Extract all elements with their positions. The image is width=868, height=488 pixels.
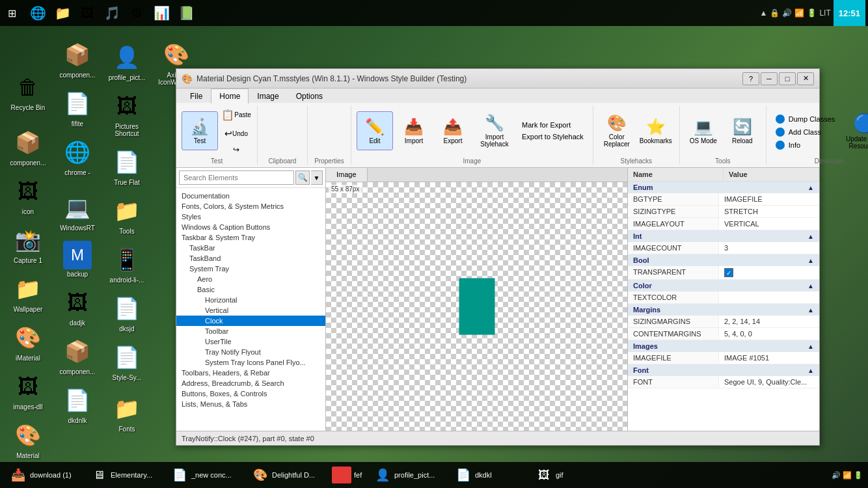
desktop-icon-fifite[interactable]: 📄 fifite bbox=[55, 85, 100, 130]
test-button[interactable]: 🔬 Test bbox=[182, 111, 218, 150]
maximize-button[interactable]: □ bbox=[779, 72, 796, 85]
color-replacer-button[interactable]: 🎨 Color Replacer bbox=[599, 111, 635, 150]
tree-toolbar[interactable]: Toolbar bbox=[176, 326, 325, 336]
desktop-icon-dadjk[interactable]: 🖼 dadjk bbox=[55, 284, 100, 329]
tray-arrow[interactable]: ▲ bbox=[760, 8, 768, 18]
taskbar-app5[interactable]: ⚙ bbox=[125, 1, 148, 25]
import-button[interactable]: 📥 Import bbox=[396, 111, 432, 150]
tree-fonts-colors[interactable]: Fonts, Colors, & System Metrics bbox=[176, 201, 325, 211]
taskbar-excel[interactable]: 📗 bbox=[174, 1, 198, 25]
imagefile-value[interactable]: IMAGE #1051 bbox=[719, 352, 819, 364]
tree-usertile[interactable]: UserTile bbox=[176, 336, 325, 347]
paste-button[interactable]: 📋 Paste bbox=[221, 105, 252, 124]
tb-new-conc[interactable]: 📄 _new conc... bbox=[167, 463, 245, 487]
undo-button[interactable]: ↩ Undo bbox=[221, 125, 252, 142]
desktop-icon-dkdnlk[interactable]: 📄 dkdnlk bbox=[55, 382, 100, 427]
update-one-resources-button[interactable]: 🔵 Update ONE Resources bbox=[841, 111, 868, 150]
desktop-icon-tools[interactable]: 📁 Tools bbox=[104, 193, 150, 237]
os-mode-button[interactable]: 💻 OS Mode bbox=[685, 111, 722, 150]
bookmarks-button[interactable]: ⭐ Bookmarks bbox=[638, 111, 674, 150]
sizingmargins-value[interactable]: 2, 2, 14, 14 bbox=[719, 316, 819, 327]
close-button[interactable]: ✕ bbox=[797, 72, 814, 85]
tree-system-tray[interactable]: System Tray bbox=[176, 264, 325, 274]
desktop-icon-recycle-bin[interactable]: 🗑 Recycle Bin bbox=[5, 69, 51, 114]
desktop-icon-componen3[interactable]: 📦 componen... bbox=[55, 333, 100, 378]
transparent-checkbox[interactable]: ✓ bbox=[724, 268, 733, 277]
search-button[interactable]: 🔍 bbox=[295, 170, 310, 185]
tree-styles[interactable]: Styles bbox=[176, 211, 325, 222]
desktop-icon-capture[interactable]: 📸 Capture 1 bbox=[5, 222, 51, 267]
desktop-icon-icon[interactable]: 🖼 icon bbox=[5, 173, 51, 218]
tree-toolbars-headers[interactable]: Toolbars, Headers, & Rebar bbox=[176, 368, 325, 378]
imagecount-value[interactable]: 3 bbox=[719, 242, 819, 254]
tree-basic[interactable]: Basic bbox=[176, 284, 325, 295]
color-section[interactable]: Color ▲ bbox=[628, 280, 819, 291]
tb-elementary[interactable]: 🖥 Elementary... bbox=[86, 463, 164, 487]
dump-classes-button[interactable]: Dump Classes bbox=[772, 113, 839, 125]
desktop-icon-true-flat[interactable]: 📄 True Flat bbox=[104, 144, 150, 189]
tab-image[interactable]: Image bbox=[249, 88, 287, 103]
int-section[interactable]: Int ▲ bbox=[628, 230, 819, 242]
tree-horizontal[interactable]: Horizontal bbox=[176, 295, 325, 305]
clock[interactable]: 12:51 bbox=[834, 0, 865, 26]
tab-file[interactable]: File bbox=[182, 88, 211, 103]
font-value[interactable]: Segoe UI, 9, Quality:Cle... bbox=[719, 376, 819, 388]
tab-options[interactable]: Options bbox=[288, 88, 331, 103]
tree-vertical[interactable]: Vertical bbox=[176, 305, 325, 316]
tb-gif[interactable]: 🖼 gif bbox=[531, 463, 609, 487]
tree-taskbar-system-tray[interactable]: Taskbar & System Tray bbox=[176, 232, 325, 243]
transparent-value[interactable]: ✓ bbox=[719, 266, 819, 279]
desktop-icon-wallpaper[interactable]: 📁 Wallpaper bbox=[5, 271, 51, 316]
bool-section[interactable]: Bool ▲ bbox=[628, 254, 819, 266]
enum-section[interactable]: Enum ▲ bbox=[628, 182, 819, 193]
textcolor-value[interactable] bbox=[719, 291, 819, 303]
search-input[interactable] bbox=[179, 170, 294, 185]
taskbar-app6[interactable]: 📊 bbox=[150, 1, 173, 25]
desktop-icon-imaterial[interactable]: 🎨 iMaterial bbox=[5, 319, 51, 364]
tree-taskband[interactable]: TaskBand bbox=[176, 253, 325, 264]
tree-system-tray-icons[interactable]: System Tray Icons Panel Flyo... bbox=[176, 357, 325, 368]
desktop-icon-dksjd[interactable]: 📄 dksjd bbox=[104, 290, 150, 335]
tree-windows-caption[interactable]: Windows & Caption Buttons bbox=[176, 222, 325, 232]
tb-download[interactable]: 📥 download (1) bbox=[5, 463, 83, 487]
edit-button[interactable]: ✏️ Edit bbox=[357, 111, 393, 150]
minimize-button[interactable]: ─ bbox=[761, 72, 778, 85]
taskbar-files[interactable]: 📁 bbox=[51, 1, 74, 25]
margins-section[interactable]: Margins ▲ bbox=[628, 304, 819, 316]
tb-dkdkl[interactable]: 📄 dkdkl bbox=[450, 463, 528, 487]
desktop-icon-profile[interactable]: 👤 profile_pict... bbox=[104, 39, 150, 84]
sizingtype-value[interactable]: STRETCH bbox=[719, 206, 819, 217]
redo-button[interactable]: ↪ bbox=[221, 143, 252, 156]
image-tab[interactable]: Image bbox=[326, 168, 368, 182]
taskbar-media[interactable]: 🖼 bbox=[75, 1, 99, 25]
desktop-icon-pictures-shortcut[interactable]: 🖼 Pictures Shortcut bbox=[104, 88, 150, 140]
contentmargins-value[interactable]: 5, 4, 0, 0 bbox=[719, 328, 819, 340]
bgtype-value[interactable]: IMAGEFILE bbox=[719, 193, 819, 205]
tb-delightful[interactable]: 🎨 Delightful D... bbox=[247, 463, 325, 487]
taskbar-music[interactable]: 🎵 bbox=[100, 1, 124, 25]
taskbar-chrome[interactable]: 🌐 bbox=[26, 1, 49, 25]
desktop-icon-component2[interactable]: 📦 componen... bbox=[55, 36, 100, 81]
tree-address-breadcrumb[interactable]: Address, Breadcrumb, & Search bbox=[176, 378, 325, 388]
desktop-icon-chrome[interactable]: 🌐 chrome - bbox=[55, 134, 100, 179]
export-stylehack-button[interactable]: Export to Stylehack bbox=[518, 131, 588, 142]
font-section[interactable]: Font ▲ bbox=[628, 364, 819, 376]
imagelayout-value[interactable]: VERTICAL bbox=[719, 218, 819, 230]
desktop-icon-backup[interactable]: M backup bbox=[55, 238, 100, 280]
desktop-icon-material[interactable]: 🎨 Material bbox=[5, 417, 51, 462]
search-dropdown[interactable]: ▼ bbox=[311, 170, 323, 185]
import-stylehack-button[interactable]: 🔧 Import Stylehack bbox=[474, 111, 515, 150]
add-class-button[interactable]: Add Class bbox=[772, 126, 839, 138]
start-button[interactable]: ⊞ bbox=[0, 1, 23, 25]
tree-taskbar[interactable]: TaskBar bbox=[176, 243, 325, 253]
tab-home[interactable]: Home bbox=[211, 88, 249, 103]
images-section[interactable]: Images ▲ bbox=[628, 340, 819, 352]
info-button[interactable]: Info bbox=[772, 139, 839, 151]
desktop-icon-images-dll[interactable]: 🖼 images-dll bbox=[5, 368, 51, 413]
tree-documentation[interactable]: Documentation bbox=[176, 191, 325, 201]
desktop-icon-android[interactable]: 📱 android-li-... bbox=[104, 241, 150, 286]
desktop-icon-style-sy[interactable]: 📄 Style-Sy... bbox=[104, 339, 150, 384]
tree-clock[interactable]: Clock bbox=[176, 316, 325, 326]
tb-fef[interactable]: fef bbox=[328, 463, 367, 487]
desktop-icon-fonts[interactable]: 📁 Fonts bbox=[104, 390, 150, 435]
